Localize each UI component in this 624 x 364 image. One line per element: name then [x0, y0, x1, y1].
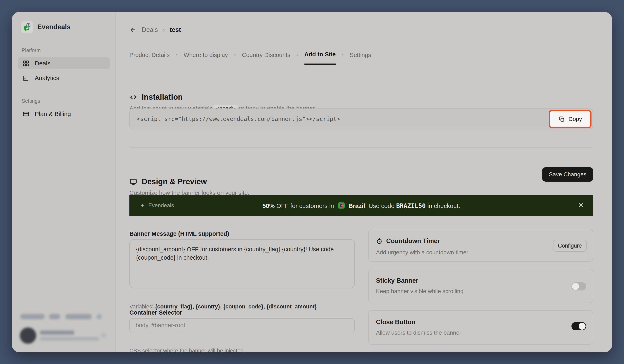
close-button-title-text: Close Button	[376, 318, 416, 326]
app-window: % Evendeals Platform Deals Analytics Set…	[12, 12, 612, 352]
sidebar-item-analytics[interactable]: Analytics	[18, 72, 110, 84]
breadcrumb: Deals › test	[130, 26, 181, 33]
banner-preview: Evendeals 50% OFF for customers in Brazi…	[130, 195, 593, 216]
credit-card-icon	[23, 111, 29, 118]
banner-message-preview: 50% OFF for customers in Brazil! Use cod…	[130, 202, 593, 209]
tabs-divider	[130, 64, 593, 64]
redacted-link	[21, 314, 45, 319]
banner-message-label: Banner Message (HTML supported)	[130, 230, 229, 237]
install-script-box: <script src="https://www.evendeals.com/b…	[130, 108, 593, 129]
banner-brand-label: Evendeals	[148, 202, 174, 209]
tab-separator: ›	[342, 52, 344, 64]
design-heading: Design & Preview	[130, 177, 207, 186]
breadcrumb-current: test	[170, 26, 181, 33]
tab-separator: ›	[176, 52, 178, 64]
toggle-knob	[572, 283, 579, 290]
countdown-timer-title: Countdown Timer	[386, 237, 440, 245]
redacted-user-meta	[40, 337, 99, 340]
toggle-knob	[579, 323, 586, 330]
installation-heading: Installation	[130, 93, 183, 101]
x-icon	[578, 202, 584, 208]
next-card-partial	[368, 352, 593, 352]
sidebar-section-platform: Platform	[22, 48, 41, 53]
banner-brand: Evendeals	[140, 202, 174, 209]
section-divider	[130, 147, 593, 147]
sidebar: % Evendeals Platform Deals Analytics Set…	[12, 12, 116, 352]
banner-message-textarea[interactable]: {discount_amount} OFF for customers in {…	[130, 239, 355, 288]
tab-country-discounts[interactable]: Country Discounts	[242, 52, 290, 64]
tab-product-details[interactable]: Product Details	[130, 52, 170, 64]
sidebar-item-label: Analytics	[35, 74, 59, 81]
tab-add-to-site[interactable]: Add to Site	[304, 51, 336, 65]
close-button-title: Close Button	[376, 318, 416, 326]
sticky-banner-title-text: Sticky Banner	[376, 277, 418, 284]
sidebar-item-deals[interactable]: Deals	[18, 57, 110, 69]
monitor-icon	[130, 178, 137, 186]
brand-logo: %	[21, 21, 33, 33]
arrow-left-icon[interactable]	[130, 26, 137, 33]
redacted-dot	[97, 314, 102, 319]
redacted-link	[49, 314, 60, 319]
timer-icon	[376, 238, 383, 244]
sticky-banner-subtitle: Keep banner visible while scrolling	[376, 288, 464, 294]
countdown-timer-card: Countdown Timer Add urgency with a count…	[368, 229, 593, 262]
copy-button-label: Copy	[569, 116, 582, 122]
countdown-timer-title-row: Countdown Timer	[376, 237, 440, 245]
variables-hint: Variables: {country_flag}, {country}, {c…	[130, 304, 317, 310]
copy-button[interactable]: Copy	[549, 110, 592, 128]
configure-button[interactable]: Configure	[553, 240, 587, 252]
grid-icon	[23, 60, 29, 67]
banner-coupon-code: BRAZIL50	[396, 202, 426, 209]
step-tabs: Product Details › Where to display › Cou…	[130, 51, 371, 65]
variables-label: Variables:	[130, 304, 154, 310]
lightning-bolt-icon	[140, 203, 145, 208]
tab-separator: ›	[296, 52, 298, 64]
breadcrumb-separator: ›	[163, 26, 165, 33]
container-selector-input[interactable]	[130, 318, 355, 332]
tab-settings[interactable]: Settings	[350, 52, 371, 64]
sticky-banner-card: Sticky Banner Keep banner visible while …	[368, 269, 593, 303]
close-button-card: Close Button Allow users to dismiss the …	[368, 310, 593, 345]
avatar	[20, 327, 36, 344]
save-changes-button[interactable]: Save Changes	[542, 167, 593, 182]
tab-where-to-display[interactable]: Where to display	[183, 52, 228, 64]
container-selector-hint: CSS selector where the banner will be in…	[130, 348, 245, 352]
sidebar-item-label: Plan & Billing	[35, 111, 71, 118]
installation-title: Installation	[142, 93, 183, 101]
close-button-subtitle: Allow users to dismiss the banner	[376, 329, 461, 336]
banner-close-button[interactable]	[578, 202, 584, 209]
install-script-code: <script src="https://www.evendeals.com/b…	[130, 116, 340, 122]
banner-discount: 50%	[262, 202, 275, 209]
countdown-timer-subtitle: Add urgency with a countdown timer	[376, 249, 468, 256]
brand-name: Evendeals	[37, 23, 71, 31]
evendeals-logo-icon: %	[23, 23, 31, 32]
close-button-toggle[interactable]	[572, 322, 586, 330]
banner-text: ! Use code	[365, 202, 396, 209]
copy-icon	[558, 116, 565, 122]
code-icon	[130, 93, 137, 101]
banner-text: OFF for customers in	[275, 202, 334, 209]
tab-separator: ›	[234, 52, 236, 64]
banner-country: Brazil	[348, 202, 365, 209]
container-selector-label: Container Selector	[130, 309, 182, 316]
redacted-username	[40, 331, 75, 335]
banner-text: in checkout.	[426, 202, 460, 209]
bar-chart-icon	[23, 74, 29, 81]
sticky-banner-toggle[interactable]	[572, 282, 586, 291]
variables-list: {country_flag}, {country}, {coupon_code}…	[155, 304, 317, 310]
sidebar-item-label: Deals	[35, 60, 51, 67]
design-title: Design & Preview	[142, 177, 207, 186]
sidebar-item-plan-billing[interactable]: Plan & Billing	[18, 108, 110, 120]
sticky-banner-title: Sticky Banner	[376, 277, 418, 284]
redacted-link	[65, 314, 92, 319]
breadcrumb-parent[interactable]: Deals	[142, 26, 158, 33]
brazil-flag-icon	[337, 202, 345, 209]
sidebar-section-settings: Settings	[22, 98, 40, 104]
main-content: Deals › test Product Details › Where to …	[116, 12, 612, 352]
redacted-chevron-icon	[101, 333, 106, 338]
